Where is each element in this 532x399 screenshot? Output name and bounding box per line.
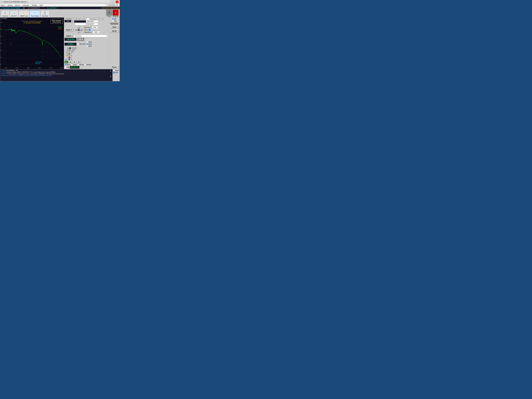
scan-button[interactable]: Scan ▼ — [64, 28, 74, 32]
log-scroll-down[interactable]: ▼ — [110, 75, 112, 78]
break-all-button[interactable]: ✕ — [113, 10, 119, 16]
menu-language[interactable]: Language — [22, 4, 30, 6]
pause-button[interactable]: ⏸ — [106, 10, 112, 16]
firmware-label: Fw: 2AR20002 — [47, 7, 57, 9]
grid-label: Grid — [67, 67, 69, 68]
hist-row-250: 250 151 — [64, 51, 108, 53]
cur-button[interactable]: CUR — [82, 18, 85, 20]
smart-logs-button[interactable]: 📁 SMART Logs — [19, 11, 29, 17]
arrow-down[interactable]: ▼ — [77, 31, 80, 34]
time-up-button[interactable]: ▲ — [71, 20, 73, 21]
sn-label: SN: — [23, 7, 25, 9]
disk-editor-button[interactable]: 0110 Disk Editor — [41, 11, 49, 17]
passp-button[interactable]: Passp — [110, 65, 119, 69]
ddd-checkbox[interactable] — [77, 43, 79, 45]
recall-button[interactable]: Recall — [110, 29, 119, 32]
log-scroll-up[interactable]: ▲ — [110, 70, 112, 72]
sleep-button[interactable]: Sleep — [110, 25, 119, 29]
quick-button[interactable]: QUICK — [64, 34, 73, 38]
refresh-radio[interactable] — [84, 64, 86, 66]
end-of-test-select[interactable]: End of test Power off Sleep — [74, 35, 108, 37]
read-radio-row: Read — [86, 43, 92, 45]
percent-box: 100 % — [77, 38, 84, 41]
hist-value-gt: 0 — [71, 57, 72, 58]
arrow-diamond: ▲ ◀ ◆ ▶ ▼ — [75, 26, 83, 34]
erase-radio-label: Erase — [71, 64, 76, 66]
chart-svg — [0, 18, 64, 69]
hints-checkbox[interactable] — [113, 72, 115, 73]
timeout-select[interactable]: 10000 5000 30000 — [93, 31, 101, 33]
stats-row: 750,16 GB 100 % — [64, 38, 108, 41]
scan-row: Scan ▼ ▲ ◀ ◆ ▶ ▼ [ block siz — [64, 26, 108, 34]
skip-end-button[interactable]: ⏭ — [73, 61, 76, 63]
close-button[interactable]: ✕ — [116, 1, 119, 3]
log-text-4: Speed: Maximum 113 MB/s. Average 80 MB/s… — [6, 75, 52, 76]
start-lba-input[interactable] — [74, 20, 86, 23]
menu-actions[interactable]: Actions — [14, 4, 20, 6]
read-radio[interactable] — [86, 43, 88, 45]
verify-radio[interactable] — [86, 41, 88, 43]
menu-service[interactable]: Service — [7, 4, 13, 6]
view-buffer-button[interactable]: ≡ View Buffer Live — [106, 4, 119, 6]
refresh-radio-label: Refresh — [84, 64, 91, 66]
log-line-2: 17:56:49 Starting Reading, LBA=0..146514… — [1, 71, 112, 73]
write-radio[interactable] — [86, 45, 88, 47]
verify-read-write-group: Verify Read Write — [86, 41, 92, 47]
main-content: 160 (MB/s) Vict — [0, 18, 120, 69]
menubar: Menu Service Actions Language Settings H… — [0, 4, 120, 7]
y-label-0: 0 — [0, 64, 3, 65]
arrow-center[interactable]: ◆ — [77, 28, 80, 31]
arrow-right[interactable]: ▶ — [80, 28, 83, 31]
x-label-346g: 346G — [27, 67, 30, 69]
info-close-button[interactable]: ✕ — [43, 7, 44, 9]
end-time-input[interactable] — [64, 20, 71, 22]
minimize-button[interactable]: — — [110, 1, 113, 3]
time-down-button[interactable]: ▼ — [71, 21, 73, 22]
erase-radio[interactable] — [71, 64, 73, 66]
pio-radio[interactable] — [112, 20, 114, 22]
hist-row-err: Err ✕ 0 — [64, 58, 108, 60]
maximize-button[interactable]: □ — [113, 1, 116, 3]
x-label-577g: 577G — [49, 67, 52, 69]
menu-menu[interactable]: Menu — [1, 4, 6, 6]
ignore-radio[interactable] — [64, 64, 66, 66]
smart-button[interactable]: 📊 S.M.A.R.T — [10, 11, 18, 17]
y-label-22: 22 — [0, 57, 3, 58]
menu-help[interactable]: Help — [39, 4, 43, 6]
arrow-up[interactable]: ▲ — [77, 26, 80, 28]
test-repair-icon: 🔧 — [33, 11, 37, 15]
serial-number: S2Y7J9AD902972 — [28, 7, 40, 9]
hist-value-25: 704796 — [72, 47, 76, 49]
sound-checkbox[interactable] — [113, 70, 115, 71]
log-line-4: 20:32:40 Speed: Maximum 113 MB/s. Averag… — [1, 75, 112, 76]
log-time-2: 17:56:49 — [1, 71, 6, 73]
hist-bar-3s — [69, 55, 70, 56]
y-label-114: 114 — [0, 29, 3, 30]
auto-checkbox[interactable] — [89, 29, 90, 31]
skip-start-button[interactable]: ⏮ — [77, 61, 81, 63]
hist-bar-fill-25 — [69, 47, 71, 49]
play-button[interactable]: ▶ — [64, 61, 68, 63]
start-lba-input2[interactable] — [74, 23, 86, 25]
max-button[interactable]: MAX — [101, 18, 105, 20]
end-lba-input1[interactable] — [86, 20, 98, 23]
repair-row: Ignore Erase Remap Refresh — [64, 64, 108, 66]
pio-radio-label: PIO — [112, 20, 116, 22]
cur-value-input[interactable] — [86, 18, 90, 20]
block-timeout-group: [ block size ] 2048 512 1024 4096 [ auto… — [84, 26, 101, 33]
drive-info-button[interactable]: ℹ Drive Info — [1, 11, 9, 17]
test-repair-button[interactable]: 🔧 Test & Repair — [30, 11, 40, 17]
end-lba-input2[interactable] — [86, 23, 98, 25]
grid-timer-row: Grid 00:00:01 — [64, 66, 108, 69]
block-size-select[interactable]: 2048 512 1024 4096 — [92, 26, 99, 29]
grid-checkbox[interactable] — [64, 66, 66, 68]
menu-settings[interactable]: Settings — [31, 4, 38, 6]
block-size-label: [ block size ] — [84, 27, 91, 28]
hist-value-3s: 0 — [71, 55, 72, 56]
cur2-button[interactable]: CUR — [97, 18, 101, 20]
api-radio[interactable] — [112, 18, 114, 20]
dma-bar — [110, 23, 118, 25]
remap-radio[interactable] — [77, 64, 79, 66]
arrow-left[interactable]: ◀ — [75, 28, 77, 31]
rewind-button[interactable]: ◀ — [69, 61, 72, 63]
